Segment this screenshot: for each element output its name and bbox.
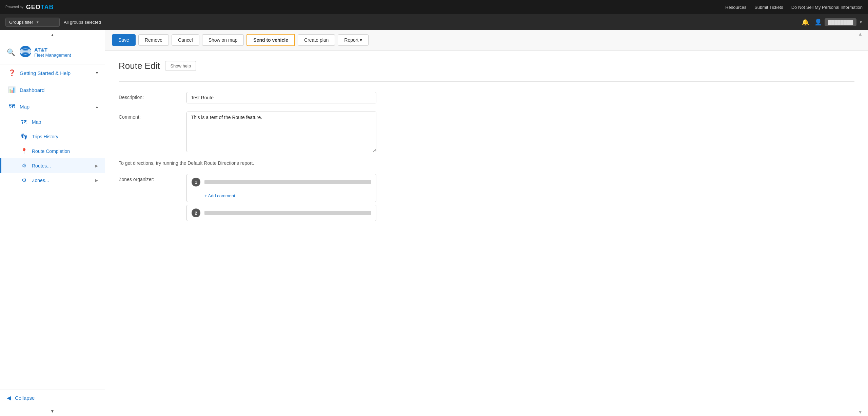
- help-circle-icon: ❓: [8, 69, 16, 77]
- resources-link[interactable]: Resources: [725, 5, 746, 10]
- zones-organizer-row: Zones organizer: 1 + Add comment 2: [119, 174, 854, 224]
- zone-item-1: 1 + Add comment: [186, 174, 376, 202]
- zone-2-header: 2: [187, 205, 376, 221]
- geotab-logo: GEOTAB: [26, 4, 54, 11]
- zones-organizer-label: Zones organizer:: [119, 174, 186, 182]
- route-completion-icon: 📍: [20, 148, 28, 154]
- map-sub-icon: 🗺: [20, 119, 28, 125]
- zone-1-header: 1: [187, 174, 376, 190]
- sidebar-item-label: Map: [20, 104, 29, 110]
- notification-icon[interactable]: 🔔: [802, 18, 809, 26]
- groups-bar: Groups filter ▼ All groups selected 🔔 👤 …: [0, 14, 868, 30]
- zone-2-bar: [204, 211, 371, 215]
- directions-hint: To get directions, try running the Defau…: [119, 160, 854, 166]
- brand-logo: AT&T Fleet Management: [19, 45, 71, 59]
- description-label: Description:: [119, 92, 186, 100]
- sidebar-item-trips-history[interactable]: 👣 Trips History: [0, 129, 105, 144]
- page-title: Route Edit: [119, 61, 160, 71]
- sidebar-item-label: Map: [32, 119, 41, 125]
- trips-history-icon: 👣: [20, 133, 28, 140]
- report-button[interactable]: Report ▾: [338, 34, 369, 46]
- comment-textarea[interactable]: This is a test of the Route feature.: [186, 112, 376, 152]
- sidebar-header: 🔍 AT&T Fleet Management: [0, 40, 105, 64]
- page-content: Route Edit Show help Description: Commen…: [105, 51, 868, 242]
- map-expand-icon: ▴: [96, 104, 98, 109]
- send-to-vehicle-button[interactable]: Send to vehicle: [246, 34, 295, 46]
- brand-name: AT&T: [34, 47, 71, 53]
- sidebar-item-label: Routes...: [32, 163, 51, 169]
- description-row: Description:: [119, 92, 854, 103]
- zone-item-2: 2: [186, 205, 376, 221]
- sidebar-item-map-parent[interactable]: 🗺 Map ▴: [0, 98, 105, 115]
- zone-1-number: 1: [192, 178, 200, 186]
- collapse-button[interactable]: ◀ Collapse: [0, 390, 105, 406]
- dashboard-icon: 📊: [8, 86, 16, 94]
- zone-1-add-comment[interactable]: + Add comment: [187, 190, 376, 202]
- cancel-button[interactable]: Cancel: [172, 34, 199, 46]
- sidebar-scroll-up[interactable]: ▲: [0, 30, 105, 40]
- sidebar-item-getting-started[interactable]: ❓ Getting Started & Help ▾: [0, 64, 105, 81]
- do-not-sell-link[interactable]: Do Not Sell My Personal Information: [791, 5, 863, 10]
- top-bar-right: Resources Submit Tickets Do Not Sell My …: [725, 5, 863, 10]
- user-name: ████████: [825, 18, 856, 26]
- zones-arrow-icon: ▶: [95, 178, 98, 183]
- map-icon: 🗺: [8, 103, 16, 110]
- show-help-button[interactable]: Show help: [165, 61, 196, 71]
- collapse-arrow-icon: ◀: [7, 395, 11, 401]
- powered-by-text: Powered by: [5, 5, 23, 9]
- create-plan-button[interactable]: Create plan: [298, 34, 335, 46]
- zones-icon: ⚙: [20, 177, 28, 183]
- zone-2-number: 2: [192, 209, 200, 217]
- zones-content: 1 + Add comment 2: [186, 174, 376, 224]
- comment-label: Comment:: [119, 112, 186, 120]
- collapse-label: Collapse: [15, 395, 35, 401]
- sidebar-item-map[interactable]: 🗺 Map: [0, 115, 105, 129]
- main-layout: ▲ 🔍 AT&T: [0, 30, 868, 416]
- groups-filter-arrow-icon: ▼: [36, 20, 39, 24]
- content-scroll-up: ▲: [856, 30, 864, 38]
- groups-bar-right: 🔔 👤 ████████ ▼: [802, 18, 863, 26]
- content-area: ▲ Save Remove Cancel Show on map Send to…: [105, 30, 868, 416]
- user-area[interactable]: 👤 ████████ ▼: [814, 18, 863, 26]
- page-title-area: Route Edit Show help: [119, 61, 854, 71]
- sidebar-item-route-completion[interactable]: 📍 Route Completion: [0, 144, 105, 158]
- groups-filter-label: Groups filter: [9, 20, 33, 25]
- att-logo-icon: [19, 45, 32, 59]
- toolbar: Save Remove Cancel Show on map Send to v…: [105, 30, 868, 51]
- sidebar-item-label: Route Completion: [32, 148, 70, 154]
- top-bar: Powered by GEOTAB Resources Submit Ticke…: [0, 0, 868, 14]
- sidebar-item-label: Dashboard: [20, 87, 44, 93]
- zone-1-bar: [204, 180, 371, 184]
- logo-area: Powered by GEOTAB: [5, 4, 54, 11]
- sidebar-item-label: Zones...: [32, 178, 49, 183]
- show-on-map-button[interactable]: Show on map: [202, 34, 244, 46]
- sidebar-item-label: Getting Started & Help: [20, 70, 71, 76]
- form-divider: [119, 81, 854, 82]
- brand-text: AT&T Fleet Management: [34, 47, 71, 58]
- brand-sub: Fleet Management: [34, 53, 71, 58]
- report-label: Report: [344, 37, 358, 43]
- sidebar-item-dashboard[interactable]: 📊 Dashboard: [0, 81, 105, 98]
- description-input[interactable]: [186, 92, 376, 103]
- save-button[interactable]: Save: [112, 34, 136, 46]
- submit-tickets-link[interactable]: Submit Tickets: [754, 5, 783, 10]
- all-groups-text: All groups selected: [64, 20, 797, 25]
- report-dropdown-arrow-icon: ▾: [360, 37, 362, 43]
- search-icon[interactable]: 🔍: [7, 48, 15, 56]
- user-dropdown-arrow-icon: ▼: [859, 20, 863, 24]
- user-icon: 👤: [814, 18, 822, 26]
- routes-arrow-icon: ▶: [95, 163, 98, 168]
- remove-button[interactable]: Remove: [138, 34, 169, 46]
- sidebar-item-zones[interactable]: ⚙ Zones... ▶: [0, 173, 105, 187]
- content-scroll-down: ▼: [856, 408, 864, 416]
- sidebar-item-label: Trips History: [32, 134, 58, 139]
- sidebar-item-routes[interactable]: ⚙ Routes... ▶: [0, 158, 105, 173]
- sidebar: ▲ 🔍 AT&T: [0, 30, 105, 416]
- groups-filter-button[interactable]: Groups filter ▼: [5, 18, 60, 27]
- routes-icon: ⚙: [20, 162, 28, 169]
- sidebar-scroll-down[interactable]: ▼: [0, 406, 105, 416]
- comment-row: Comment: This is a test of the Route fea…: [119, 112, 854, 152]
- getting-started-expand-icon: ▾: [96, 71, 98, 75]
- top-bar-left: Powered by GEOTAB: [5, 4, 54, 11]
